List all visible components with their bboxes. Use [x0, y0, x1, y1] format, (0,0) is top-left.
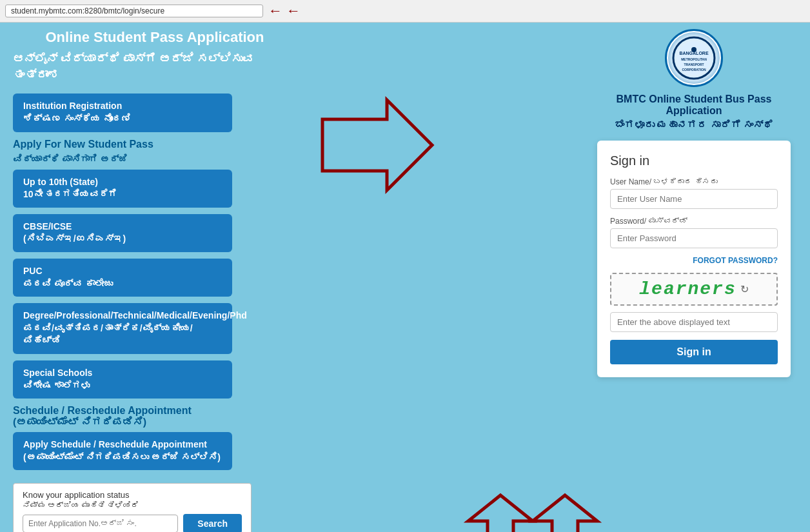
btn-10th[interactable]: Up to 10th (State) 10ನೇ ತರಗತಿಯವರೆಗೆ	[13, 170, 232, 208]
schedule-heading: Schedule / Reschedule Appointment (ಅಪಾಯಿ…	[13, 405, 297, 428]
btn-schedule[interactable]: Apply Schedule / Reschedule Appointment …	[13, 432, 232, 470]
captcha-refresh-icon[interactable]: ↻	[740, 283, 749, 295]
bmtc-logo: BANGALORE METROPOLITAN TRANSPORT CORPORA…	[665, 29, 723, 87]
url-bar-container: student.mybmtc.com:8280/bmtc/login/secur…	[0, 0, 810, 23]
right-panel: BANGALORE METROPOLITAN TRANSPORT CORPORA…	[591, 29, 797, 532]
captcha-input[interactable]	[610, 312, 778, 332]
signin-card: Sign in User Name/ ಬಳಕೆದಾರ ಹೆಸರು Passwor…	[597, 141, 791, 377]
captcha-box: learners ↻	[610, 273, 778, 306]
captcha-text: learners	[639, 279, 736, 299]
search-box: Know your application status ನಿಮ್ಮ ಅರ್ಜಿ…	[13, 483, 252, 532]
main-content: Online Student Pass Application ಆನ್‌ಲೈನ್…	[0, 23, 810, 532]
search-input-row: Search	[23, 514, 242, 532]
btn-puc[interactable]: PUC ಪದವಿ ಪೂರ್ವ ಕಾಲೇಜು	[13, 259, 232, 297]
username-input[interactable]	[610, 189, 778, 209]
bmtc-subtitle-kannada: ಬೆಂಗಳೂರು ಮಹಾನಗರ ಸಾರಿಗೆ ಸಂಸ್ಥೆ	[615, 119, 773, 130]
bmtc-title: BMTC Online Student Bus Pass Application	[591, 94, 797, 117]
up-arrows-icon	[455, 489, 617, 532]
search-label-kannada: ನಿಮ್ಮ ಅರ್ಜಿಯ ಮಾಹಿತಿ ತಿಳಿಯಿರಿ	[23, 501, 242, 510]
svg-text:TRANSPORT: TRANSPORT	[684, 63, 704, 66]
page-title-kannada: ಆನ್‌ಲೈನ್ ವಿದ್ಯಾರ್ಥಿ ಪಾಸ್‌ಗೆ ಅರ್ಜಿ ಸಲ್ಲಿಸ…	[13, 51, 297, 83]
page-title: Online Student Pass Application	[13, 29, 297, 46]
new-pass-heading: Apply For New Student Pass	[13, 139, 297, 150]
username-label: User Name/ ಬಳಕೆದಾರ ಹೆಸರು	[610, 177, 778, 186]
forgot-password-link[interactable]: FORGOT PASSWORD?	[610, 256, 778, 265]
signin-button[interactable]: Sign in	[610, 340, 778, 364]
institution-registration-button[interactable]: Institution Registration ಶಿಕ್ಷಣ ಸಂಸ್ಥೆಯ …	[13, 94, 232, 132]
left-panel: Online Student Pass Application ಆನ್‌ಲೈನ್…	[13, 29, 297, 532]
right-arrow-icon	[310, 81, 439, 210]
svg-text:CORPORATION: CORPORATION	[682, 68, 706, 72]
search-label: Know your application status	[23, 490, 242, 500]
search-input[interactable]	[23, 515, 178, 532]
svg-marker-2	[533, 495, 597, 532]
btn-cbse[interactable]: CBSE/ICSE (ಸಿಬಿಎಸ್ಇ/ಐಸಿಎಸ್ಇ)	[13, 214, 232, 252]
url-bar[interactable]: student.mybmtc.com:8280/bmtc/login/secur…	[5, 5, 263, 17]
center-area	[310, 29, 578, 532]
signin-title: Sign in	[610, 153, 778, 168]
btn-degree[interactable]: Degree/Professional/Technical/Medical/Ev…	[13, 303, 232, 354]
svg-marker-1	[468, 495, 533, 532]
password-input[interactable]	[610, 228, 778, 248]
btn-special[interactable]: Special Schools ವಿಶೇಷ ಶಾಲೆಗಳು	[13, 360, 232, 399]
url-arrow-icon: ← ←	[268, 3, 301, 19]
password-label: Password/ ಪಾಸ್‌ವರ್ಡ್	[610, 217, 778, 226]
search-button[interactable]: Search	[183, 514, 242, 532]
svg-point-10	[691, 47, 696, 52]
svg-text:METROPOLITAN: METROPOLITAN	[681, 57, 707, 61]
new-pass-heading-kannada: ವಿದ್ಯಾರ್ಥಿ ಪಾಸಿಗಾಗಿ ಅರ್ಜಿ	[13, 154, 297, 164]
bmtc-logo-inner: BANGALORE METROPOLITAN TRANSPORT CORPORA…	[668, 32, 720, 84]
svg-marker-0	[322, 100, 432, 190]
